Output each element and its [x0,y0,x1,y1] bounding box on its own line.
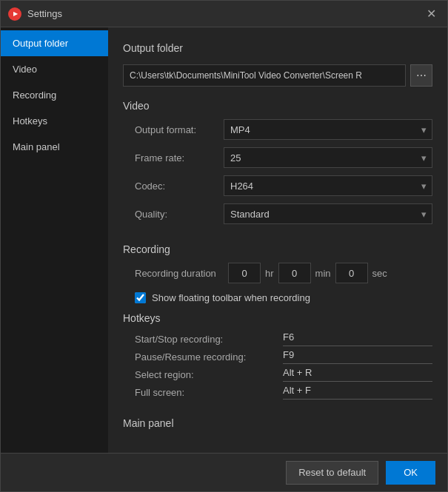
ok-button[interactable]: OK [386,461,435,485]
output-format-select[interactable]: MP4 [224,119,432,140]
hotkey-select-region-value: Alt + R [283,367,432,382]
browse-button[interactable]: ⋯ [410,64,432,87]
frame-rate-select[interactable]: 25 [224,147,432,168]
toolbar-checkbox-label: Show floating toolbar when recording [152,292,310,303]
hotkey-row-select-region: Select region: Alt + R [123,367,432,382]
sidebar-item-output-folder[interactable]: Output folder [1,30,108,56]
window-title: Settings [27,8,62,19]
output-format-row: Output format: MP4 [123,119,432,140]
sidebar-item-recording[interactable]: Recording [1,82,108,108]
hotkey-full-screen-value: Alt + F [283,385,432,400]
hotkeys-section-title: Hotkeys [123,312,432,324]
hotkey-row-start-stop: Start/Stop recording: F6 [123,331,432,346]
title-bar: Settings ✕ [1,1,447,27]
output-folder-title: Output folder [123,42,432,54]
quality-select-wrapper: Standard [224,203,432,224]
output-format-label: Output format: [135,124,224,135]
main-panel-title: Main panel [123,417,432,429]
app-icon [8,7,21,21]
duration-row: Recording duration hr min sec [123,263,432,283]
sidebar-item-video[interactable]: Video [1,56,108,82]
hotkey-select-region-label: Select region: [135,369,283,380]
settings-window: Settings ✕ Output folder Video Recording… [0,0,448,492]
codec-select[interactable]: H264 [224,175,432,196]
hotkey-pause-resume-label: Pause/Resume recording: [135,351,283,363]
video-section-title: Video [123,100,432,112]
hr-unit: hr [265,268,274,279]
frame-rate-select-wrapper: 25 [224,147,432,168]
duration-hr-input[interactable] [228,263,261,283]
quality-row: Quality: Standard [123,203,432,224]
duration-sec-input[interactable] [335,263,368,283]
codec-row: Codec: H264 [123,175,432,196]
frame-rate-row: Frame rate: 25 [123,147,432,168]
folder-row: ⋯ [123,64,432,87]
content-area: Output folder ⋯ Video Output format: MP4… [108,27,447,453]
close-button[interactable]: ✕ [422,5,440,23]
recording-section-title: Recording [123,243,432,255]
bottom-bar: Reset to default OK [1,453,447,491]
reset-button[interactable]: Reset to default [286,461,378,485]
codec-label: Codec: [135,181,224,192]
hotkey-row-full-screen: Full screen: Alt + F [123,385,432,400]
hotkey-start-stop-label: Start/Stop recording: [135,334,283,345]
quality-select[interactable]: Standard [224,203,432,224]
frame-rate-label: Frame rate: [135,152,224,164]
duration-label: Recording duration [135,268,224,279]
toolbar-checkbox-row: Show floating toolbar when recording [123,292,432,303]
hotkey-row-pause-resume: Pause/Resume recording: F9 [123,349,432,364]
min-unit: min [315,268,331,279]
output-format-select-wrapper: MP4 [224,119,432,140]
codec-select-wrapper: H264 [224,175,432,196]
toolbar-checkbox[interactable] [135,292,146,303]
sidebar-item-main-panel[interactable]: Main panel [1,134,108,160]
sidebar-item-hotkeys[interactable]: Hotkeys [1,108,108,134]
duration-min-input[interactable] [278,263,311,283]
sidebar: Output folder Video Recording Hotkeys Ma… [1,27,108,453]
hotkey-full-screen-label: Full screen: [135,387,283,398]
folder-path-input[interactable] [123,64,406,87]
quality-label: Quality: [135,209,224,220]
main-content: Output folder Video Recording Hotkeys Ma… [1,27,447,453]
hotkey-start-stop-value: F6 [283,331,432,346]
hotkey-pause-resume-value: F9 [283,349,432,364]
sec-unit: sec [372,268,387,279]
